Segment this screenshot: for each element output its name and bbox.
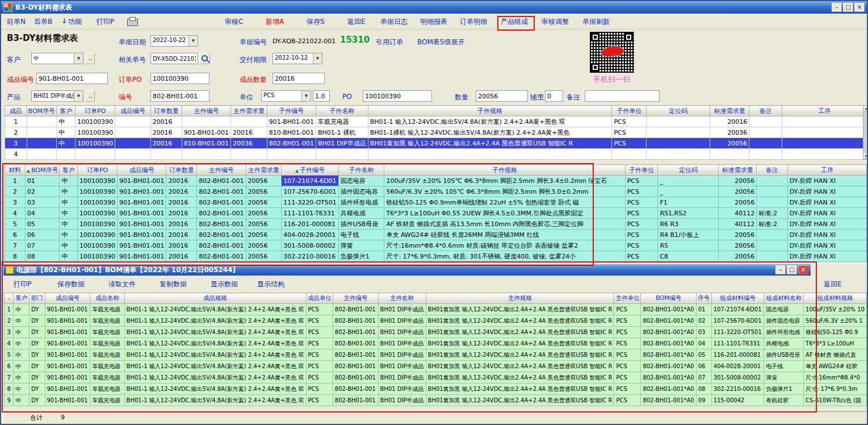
cell[interactable]: BH01-1 裸机	[316, 127, 368, 138]
cell[interactable]: 901-BH01-001	[45, 361, 90, 372]
cell[interactable]	[150, 149, 182, 160]
cell[interactable]: 8	[5, 384, 14, 395]
cell[interactable]	[646, 149, 710, 160]
cell[interactable]: 20036	[231, 138, 267, 149]
column-header[interactable]: ▲子件编号	[282, 165, 339, 176]
cell[interactable]: PCS	[306, 361, 333, 372]
bom-close-button[interactable]: ×	[798, 265, 808, 274]
cell[interactable]	[231, 116, 267, 127]
cell[interactable]	[27, 127, 57, 138]
cell[interactable]: 中	[14, 304, 30, 315]
cell[interactable]: DY-后焊 HAN XI	[787, 219, 866, 230]
bom-maximize-button[interactable]: □	[787, 265, 797, 274]
bom-show-data-button[interactable]: 显示数据	[211, 280, 238, 289]
cell[interactable]: DY-后焊 HAN XI	[787, 176, 866, 186]
column-header[interactable]: 子件规格	[384, 165, 625, 176]
bom-print-button[interactable]: 打印P	[14, 280, 31, 289]
cell[interactable]: PCS	[625, 197, 658, 208]
table-row[interactable]: 404中100100390901-BH01-00120016802-BH01-0…	[5, 208, 867, 219]
cell[interactable]: 116-201-000081	[282, 219, 339, 230]
cell[interactable]: 4	[5, 338, 14, 349]
column-header[interactable]: 备注	[757, 165, 788, 176]
cell[interactable]: PCS	[625, 186, 658, 197]
scroll-down-icon[interactable]: ▼	[863, 153, 868, 159]
delivery-date-picker[interactable]: 2022-10-12 ▼	[272, 53, 322, 64]
cell[interactable]: 7	[5, 372, 14, 384]
table-row[interactable]: 5中DY901-BH01-001车载充电器BH01-1 输入12-24VDC,输…	[5, 349, 867, 361]
po-input[interactable]	[363, 90, 432, 102]
cell[interactable]	[57, 149, 76, 160]
cell[interactable]: 06	[696, 361, 711, 372]
cell[interactable]	[646, 127, 710, 138]
cell[interactable]: BH01-1裸机 输入12-24VDC,输出5V/4.8A(新方案) 2.4+2…	[368, 127, 612, 138]
cell[interactable]: BH01 DIP半成品	[378, 327, 426, 338]
cell[interactable]: PCS	[614, 361, 641, 372]
cell[interactable]: 铁硅铝50-125 Φ0.9mm单铜线绕制 22uH ±5% 包热缩套管 卧式 …	[384, 197, 625, 208]
cell[interactable]: 中	[60, 197, 78, 208]
customer-browse-button[interactable]: ..	[86, 53, 95, 64]
cell[interactable]: PCS	[612, 138, 647, 149]
table-row[interactable]: 202中100100390901-BH01-00120016802-BH01-0…	[5, 186, 867, 197]
cell[interactable]: _	[658, 186, 719, 197]
cell[interactable]: 插件USB母座	[764, 349, 804, 361]
cell[interactable]	[749, 116, 782, 127]
table-row[interactable]: 3中DY901-BH01-001车载充电器BH01-1 输入12-24VDC,输…	[5, 327, 867, 338]
cell[interactable]: 05	[696, 349, 711, 361]
cell[interactable]: 901-BH01-001	[118, 186, 166, 197]
cell[interactable]	[612, 149, 647, 160]
cell[interactable]: 802-BH01-001*A0	[641, 304, 696, 315]
cell[interactable]: AF 铁材质 侧插式直	[804, 349, 867, 361]
cell[interactable]	[115, 149, 150, 160]
cell[interactable]: 01	[25, 176, 60, 186]
cell[interactable]: BH01 DIP半成品	[378, 304, 426, 315]
cell[interactable]	[757, 186, 788, 197]
cell[interactable]: 901-BH01-001	[118, 230, 166, 240]
dropdown-icon[interactable]: ▼	[188, 36, 198, 46]
cell[interactable]: 04	[696, 338, 711, 349]
cell[interactable]: 中	[60, 219, 78, 230]
cell[interactable]: 802-BH01-001	[197, 176, 246, 186]
column-header[interactable]: 子件规格	[368, 106, 612, 116]
cell[interactable]: 802-BH01-001	[197, 197, 246, 208]
cell[interactable]: 车载充电器	[90, 395, 124, 406]
cell[interactable]: 中	[14, 384, 30, 395]
cell[interactable]: 中	[60, 186, 78, 197]
cell[interactable]: R4 B1/小板上	[658, 230, 719, 240]
column-header[interactable]: 子件单位	[612, 106, 647, 116]
cell[interactable]: 100100390	[78, 251, 118, 262]
cell[interactable]: BH01 DIP半成品	[316, 138, 368, 149]
cell[interactable]: 20056	[710, 138, 749, 149]
cell[interactable]: 901-BH01-001	[45, 384, 90, 395]
dropdown-icon[interactable]: ▼	[301, 91, 311, 101]
qty-input[interactable]	[476, 90, 528, 102]
cell[interactable]: 802-BH01-001	[333, 327, 378, 338]
cell[interactable]: 100uF/35V ±20% 105℃ Φ6.3*8mm 脚距2.5mm 脚长3…	[384, 176, 625, 186]
cell[interactable]: 901-BH01-001	[45, 327, 90, 338]
cell[interactable]: 8	[5, 251, 26, 262]
cell[interactable]: 2	[5, 315, 14, 327]
column-header[interactable]: 子件名称	[316, 106, 368, 116]
cell[interactable]: 车载充电器	[90, 304, 124, 315]
cell[interactable]: 03	[696, 327, 711, 338]
cell[interactable]: 插件USB母座	[338, 219, 384, 230]
cell[interactable]: 901-BH01-001	[45, 349, 90, 361]
column-header[interactable]: 部门	[30, 293, 45, 304]
cell[interactable]: DY-后焊 HAN XI	[787, 240, 866, 251]
cell[interactable]: 111-1101-T6331	[711, 338, 764, 349]
cell[interactable]: BH01-1 输入12-24VDC,输出5V/4.8A(新方案) 2.4+2.4…	[124, 304, 306, 315]
cell[interactable]: 电子线	[764, 361, 804, 372]
column-header[interactable]: 序号	[696, 293, 711, 304]
cell[interactable]: 20016	[150, 116, 182, 127]
back-button[interactable]: 返回E	[347, 17, 366, 27]
cell[interactable]: 6	[5, 361, 14, 372]
cell[interactable]: PCS	[612, 127, 647, 138]
table-row[interactable]: 1中10010039020016901-BH01-001车载充电器BH01-1 …	[5, 116, 867, 127]
cell[interactable]: BH01 DIP半成品	[378, 338, 426, 349]
dropdown-icon[interactable]: ▼	[74, 91, 83, 101]
cell[interactable]: 7	[5, 240, 26, 251]
cell[interactable]: 802-BH01-001	[333, 372, 378, 384]
cell[interactable]: 901-BH01-001	[118, 208, 166, 219]
column-header[interactable]: 成品规格	[124, 293, 306, 304]
cell[interactable]: C8	[658, 251, 719, 262]
column-header[interactable]: 标准需求量	[710, 106, 749, 116]
